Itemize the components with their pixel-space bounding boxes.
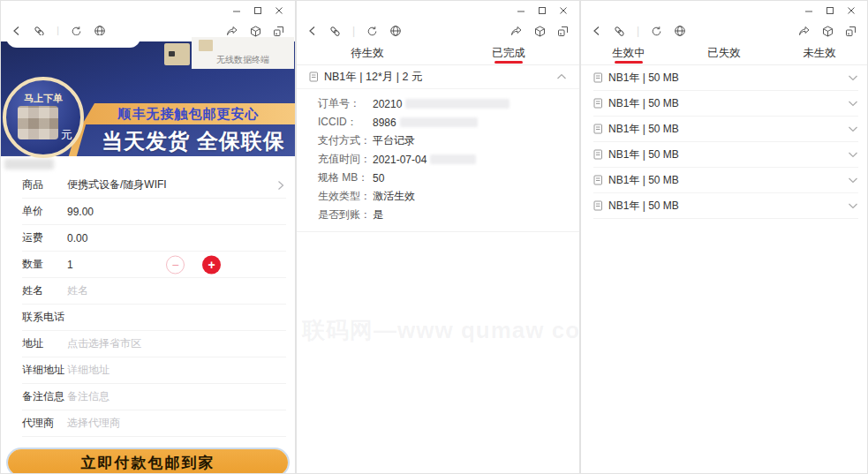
tab-label: 生效中	[612, 46, 645, 61]
tab-label: 未生效	[803, 46, 836, 61]
toolbar: |	[297, 20, 579, 41]
card-list-item[interactable]: NB1年 | 50 MB	[593, 117, 858, 142]
link-icon[interactable]	[614, 26, 625, 37]
order-card-header[interactable]: NB1年 | 12*月 | 2 元	[297, 65, 579, 89]
address-detail-input[interactable]: 详细地址	[67, 363, 109, 378]
card-item-label: NB1年 | 50 MB	[608, 199, 679, 214]
redacted-time	[430, 154, 476, 164]
tab-active[interactable]: 生效中	[581, 41, 676, 64]
back-icon[interactable]	[307, 26, 318, 36]
minimize-button[interactable]	[226, 3, 247, 19]
float-window-icon[interactable]	[273, 26, 284, 37]
maximize-button[interactable]	[247, 3, 268, 19]
document-icon	[593, 124, 603, 134]
card-item-label: NB1年 | 50 MB	[608, 147, 679, 162]
card-item-label: NB1年 | 50 MB	[608, 71, 679, 86]
miniprogram-cube-icon[interactable]	[822, 26, 834, 37]
close-button[interactable]	[841, 3, 862, 19]
redacted-iccid	[400, 117, 478, 127]
form-row-unit-price: 单价 99.00	[22, 199, 286, 225]
order-card-title: NB1年 | 12*月 | 2 元	[324, 70, 422, 85]
name-input[interactable]: 姓名	[67, 283, 88, 298]
quantity-decrease-button[interactable]: −	[166, 255, 185, 274]
minimize-button[interactable]	[798, 3, 819, 19]
shipping-value: 0.00	[67, 232, 87, 245]
quantity-increase-button[interactable]: +	[202, 255, 221, 274]
badge-title: 马上下单	[24, 92, 63, 105]
titlebar	[1, 1, 295, 20]
remark-input[interactable]: 备注信息	[67, 389, 109, 404]
chevron-down-icon	[848, 177, 858, 184]
redacted-tag	[4, 159, 54, 169]
badge-unit: 元	[61, 127, 72, 143]
float-window-icon[interactable]	[557, 26, 569, 37]
card-list-content: 生效中 已失效 未生效 NB1年 | 50 MB NB1年 | 50 MB	[581, 41, 867, 474]
refresh-icon[interactable]	[651, 26, 662, 37]
toolbar-divider: |	[637, 26, 639, 36]
form-row-agent[interactable]: 代理商 选择代理商	[22, 410, 286, 437]
toolbar: |	[581, 20, 867, 41]
card-list-item[interactable]: NB1年 | 50 MB	[593, 142, 858, 168]
globe-icon[interactable]	[674, 25, 686, 37]
row-label: 备注信息	[22, 389, 67, 404]
order-now-badge[interactable]: 马上下单 元	[3, 77, 84, 158]
tab-inactive[interactable]: 未生效	[772, 41, 867, 64]
quantity-value: 1	[67, 259, 73, 271]
payment-method-value: 平台记录	[373, 133, 415, 148]
tab-completed[interactable]: 已完成	[438, 41, 579, 64]
detail-label: 支付方式：	[318, 133, 373, 148]
order-details: 订单号： 20210 ICCID： 8986 支付方式： 平台记录 充值时间： …	[297, 89, 579, 232]
form-row-phone[interactable]: 联系电话	[22, 305, 286, 331]
share-icon[interactable]	[510, 26, 523, 37]
agent-picker[interactable]: 选择代理商	[67, 416, 120, 431]
detail-row: 规格 MB： 50	[318, 169, 579, 187]
tab-pending[interactable]: 待生效	[297, 41, 438, 64]
chevron-up-icon	[556, 73, 567, 80]
globe-icon[interactable]	[389, 25, 402, 37]
product-value: 便携式设备/随身WIFI	[67, 177, 167, 192]
card-list-item[interactable]: NB1年 | 50 MB	[593, 65, 858, 91]
detail-label: ICCID：	[318, 115, 373, 130]
tab-expired[interactable]: 已失效	[676, 41, 772, 64]
row-label: 联系电话	[22, 310, 67, 325]
close-button[interactable]	[553, 3, 574, 19]
row-label: 单价	[22, 204, 67, 219]
share-icon[interactable]	[226, 26, 238, 37]
desktop: | 无线数据终端 马上下单 元 顺丰	[0, 0, 868, 474]
form-row-address[interactable]: 地址 点击选择省市区	[22, 331, 286, 357]
form-row-shipping: 运费 0.00	[22, 225, 286, 252]
maximize-button[interactable]	[532, 3, 553, 19]
row-label: 数量	[22, 257, 67, 272]
orders-content: 待生效 已完成 NB1年 | 12*月 | 2 元 订单号： 20210 ICC…	[297, 41, 579, 474]
region-picker[interactable]: 点击选择省市区	[67, 336, 141, 351]
plus-icon: +	[208, 258, 215, 272]
share-icon[interactable]	[798, 26, 811, 37]
detail-row: 生效类型： 激活生效	[318, 187, 579, 206]
pay-button[interactable]: 立即付款包邮到家	[8, 449, 288, 474]
card-list-item[interactable]: NB1年 | 50 MB	[593, 168, 858, 193]
form-row-product[interactable]: 商品 便携式设备/随身WIFI	[22, 172, 286, 199]
order-form: 商品 便携式设备/随身WIFI 单价 99.00 运费 0.00 数量 1 − …	[1, 172, 295, 437]
card-list-item[interactable]: NB1年 | 50 MB	[593, 193, 858, 219]
card-item-label: NB1年 | 50 MB	[608, 122, 679, 137]
float-window-icon[interactable]	[845, 26, 857, 37]
close-button[interactable]	[268, 3, 290, 19]
miniprogram-cube-icon[interactable]	[534, 26, 546, 37]
form-row-remark[interactable]: 备注信息 备注信息	[22, 384, 286, 410]
document-icon	[593, 200, 603, 211]
document-icon	[593, 98, 603, 109]
site-watermark: 联码网—www qumaw com	[302, 315, 580, 346]
miniprogram-cube-icon[interactable]	[250, 26, 261, 37]
form-row-name[interactable]: 姓名 姓名	[22, 278, 286, 305]
back-icon[interactable]	[592, 26, 602, 36]
row-label: 代理商	[22, 416, 67, 431]
link-icon[interactable]	[329, 26, 341, 37]
iccid-value: 8986	[373, 117, 396, 129]
card-list-item[interactable]: NB1年 | 50 MB	[593, 91, 858, 117]
detail-row: ICCID： 8986	[318, 113, 579, 132]
maximize-button[interactable]	[819, 3, 841, 19]
form-row-address-detail[interactable]: 详细地址 详细地址	[22, 357, 286, 384]
minimize-button[interactable]	[510, 3, 532, 19]
refresh-icon[interactable]	[366, 26, 378, 37]
unit-price-value: 99.00	[67, 206, 94, 218]
